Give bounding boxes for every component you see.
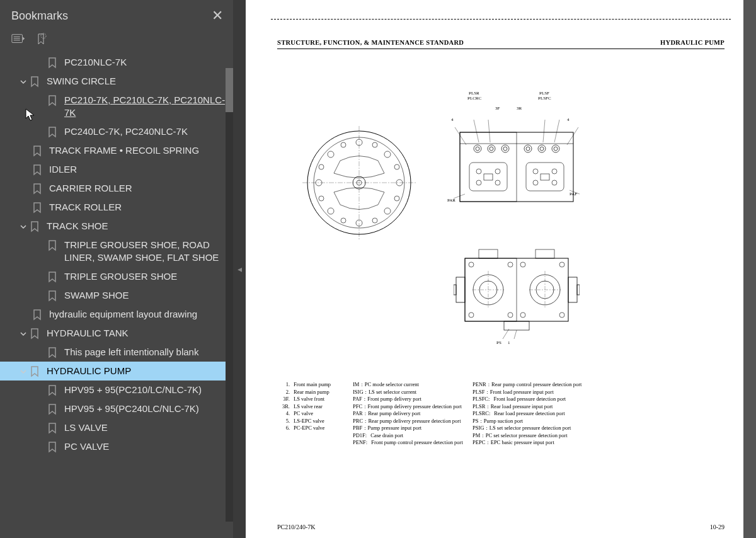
sidebar-title: Bookmarks xyxy=(11,9,68,23)
legend-col-3: PENR : Rear pump control pressure detect… xyxy=(472,381,630,447)
panel-gutter[interactable]: ◂ xyxy=(233,0,246,538)
label-plcrc: PLCRC xyxy=(467,96,481,101)
svg-line-61 xyxy=(570,190,580,194)
svg-point-30 xyxy=(474,145,481,152)
svg-point-38 xyxy=(503,147,507,151)
legend-row: IM : PC mode selector current xyxy=(353,381,472,389)
label-plsfc: PLSFC xyxy=(538,96,551,101)
svg-rect-52 xyxy=(484,174,493,180)
bookmark-node[interactable]: PC210NLC-7K xyxy=(0,53,229,72)
label-plsr: PLSR xyxy=(469,91,479,96)
bookmark-icon xyxy=(48,57,59,69)
bookmark-tree[interactable]: PC210NLC-7KSWING CIRCLEPC210-7K, PC210LC… xyxy=(0,53,233,538)
svg-point-81 xyxy=(508,312,513,318)
bookmark-node[interactable]: CARRIER ROLLER xyxy=(0,179,229,198)
bookmark-node[interactable]: HPV95 + 95(PC210/LC/NLC-7K) xyxy=(0,381,229,399)
collapse-caret-icon[interactable]: ◂ xyxy=(238,264,242,274)
bookmark-icon xyxy=(48,404,59,415)
legend-row: PENF: Front pump control pressure detect… xyxy=(353,439,472,447)
bookmark-label: HYDRAULIC TANK xyxy=(47,327,227,340)
svg-point-49 xyxy=(552,169,557,174)
technical-drawings: PLSR PLCRC PLSF PLSFC 3F 3R 4 4 PAR PAF … xyxy=(309,88,718,359)
label-plsf: PLSF xyxy=(539,91,549,96)
bookmark-node[interactable]: TRIPLE GROUSER SHOE xyxy=(0,267,229,286)
bookmark-label: TRIPLE GROUSER SHOE, ROAD LINER, SWAMP S… xyxy=(64,239,227,264)
bookmark-icon xyxy=(48,240,59,251)
svg-point-17 xyxy=(341,142,346,147)
svg-point-77 xyxy=(508,262,513,267)
svg-point-46 xyxy=(476,180,481,185)
scrollbar-thumb[interactable] xyxy=(226,68,233,112)
label-1: 1 xyxy=(508,340,510,345)
svg-point-45 xyxy=(495,169,500,174)
bookmark-node[interactable]: HYDRAULIC PUMP xyxy=(0,362,229,381)
bookmark-icon xyxy=(48,423,59,434)
svg-rect-66 xyxy=(454,285,456,295)
expand-caret-icon[interactable] xyxy=(18,76,29,88)
bookmark-node[interactable]: This page left intentionally blank xyxy=(0,343,229,362)
legend-col-2: IM : PC mode selector currentISIG : LS s… xyxy=(353,381,472,447)
bookmark-node[interactable]: PC240LC-7K, PC240NLC-7K xyxy=(0,122,229,141)
bookmark-node[interactable]: hydraulic equipment layout drawing xyxy=(0,305,229,324)
expand-caret-icon[interactable] xyxy=(18,221,29,232)
scrollbar-track[interactable] xyxy=(226,68,233,522)
pdf-page: STRUCTURE, FUNCTION, & MAINTENANCE STAND… xyxy=(246,0,743,538)
document-area[interactable]: STRUCTURE, FUNCTION, & MAINTENANCE STAND… xyxy=(246,0,756,538)
legend-row: PSIG : LS set selector pressure detectio… xyxy=(472,425,630,432)
bookmark-ribbon-icon[interactable] xyxy=(34,33,48,47)
label-3f: 3F xyxy=(495,106,500,111)
svg-rect-65 xyxy=(568,277,577,302)
bookmark-node[interactable]: HYDRAULIC TANK xyxy=(0,324,229,343)
bookmark-icon xyxy=(48,347,59,358)
svg-point-19 xyxy=(319,164,324,169)
bookmark-icon xyxy=(33,146,44,157)
bookmark-node[interactable]: HPV95 + 95(PC240LC/NLC-7K) xyxy=(0,399,229,418)
sidebar-header: Bookmarks ✕ xyxy=(0,0,233,29)
svg-rect-53 xyxy=(541,174,549,180)
svg-point-37 xyxy=(490,147,493,151)
svg-line-58 xyxy=(455,127,466,145)
svg-point-78 xyxy=(520,262,525,267)
bookmark-node[interactable]: SWING CIRCLE xyxy=(0,72,229,91)
expand-caret-icon[interactable] xyxy=(18,366,29,377)
svg-rect-42 xyxy=(469,163,507,191)
page-footer: PC210/240-7K 10-29 xyxy=(277,524,724,530)
bookmark-node[interactable]: TRACK FRAME • RECOIL SPRING xyxy=(0,141,229,160)
bookmark-node[interactable]: LS VALVE xyxy=(0,418,229,437)
label-4a: 4 xyxy=(451,117,454,122)
bookmark-node[interactable]: TRACK ROLLER xyxy=(0,198,229,217)
legend-row: PLSRC: Rear load pressure detection port xyxy=(472,410,630,418)
legend-row: PD1F: Case drain port xyxy=(353,432,472,440)
svg-line-57 xyxy=(554,120,559,142)
svg-point-23 xyxy=(341,218,346,223)
bookmark-icon xyxy=(48,272,59,283)
close-icon[interactable]: ✕ xyxy=(212,8,223,24)
svg-point-16 xyxy=(384,208,391,214)
legend-row: PLSFC: Front load pressure detection por… xyxy=(472,396,630,403)
bookmark-label: hydraulic equipment layout drawing xyxy=(49,308,227,321)
svg-point-24 xyxy=(372,218,377,223)
legend-row: 4. PC valve xyxy=(277,410,353,418)
svg-rect-64 xyxy=(456,277,465,302)
svg-line-60 xyxy=(454,194,465,198)
bookmark-node[interactable]: IDLER xyxy=(0,160,229,179)
page-header-right: HYDRAULIC PUMP xyxy=(660,39,724,46)
legend-row: PRC : Rear pump delivery pressure detect… xyxy=(353,418,472,425)
bookmark-node[interactable]: PC210-7K, PC210LC-7K, PC210NLC-7K xyxy=(0,91,229,122)
svg-point-20 xyxy=(394,164,399,169)
svg-point-31 xyxy=(488,145,495,152)
svg-point-50 xyxy=(533,180,538,185)
bookmark-node[interactable]: SWAMP SHOE xyxy=(0,286,229,305)
bookmark-node[interactable]: PC VALVE xyxy=(0,437,229,456)
legend: 1. Front main pump2. Rear main pump3F. L… xyxy=(277,381,724,447)
options-icon[interactable] xyxy=(11,33,25,47)
bookmark-node[interactable]: TRACK SHOE xyxy=(0,217,229,236)
svg-point-41 xyxy=(554,147,558,151)
bookmark-node[interactable]: TRIPLE GROUSER SHOE, ROAD LINER, SWAMP S… xyxy=(0,236,229,267)
legend-row: 2. Rear main pump xyxy=(277,389,353,396)
svg-point-13 xyxy=(328,151,334,157)
page-header: STRUCTURE, FUNCTION, & MAINTENANCE STAND… xyxy=(277,39,724,49)
expand-caret-icon[interactable] xyxy=(18,328,29,340)
bookmark-icon xyxy=(33,202,44,214)
bookmark-label: HYDRAULIC PUMP xyxy=(47,365,227,377)
